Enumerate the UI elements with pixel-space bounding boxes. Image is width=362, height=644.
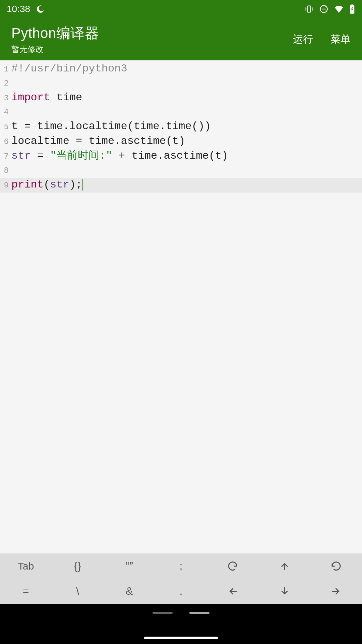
code-line[interactable]: 6localtime = time.asctime(t) bbox=[0, 134, 362, 149]
run-button[interactable]: 运行 bbox=[293, 33, 313, 46]
app-subtitle: 暂无修改 bbox=[11, 44, 99, 55]
line-number: 6 bbox=[0, 135, 10, 149]
code-line[interactable]: 5t = time.localtime(time.time()) bbox=[0, 119, 362, 134]
svg-rect-2 bbox=[307, 6, 310, 12]
wifi-icon bbox=[334, 4, 344, 14]
status-bar: 10:38 bbox=[0, 0, 362, 18]
text-cursor bbox=[82, 179, 83, 191]
line-number: 1 bbox=[0, 62, 10, 76]
line-number: 3 bbox=[0, 91, 10, 105]
nav-handle bbox=[189, 612, 209, 614]
arrow-up-icon[interactable] bbox=[258, 553, 310, 579]
arrow-right-icon[interactable] bbox=[310, 579, 362, 604]
toolbar-key-sym[interactable]: , bbox=[155, 579, 207, 604]
code-editor[interactable]: 1#!/usr/bin/python323import time45t = ti… bbox=[0, 60, 362, 553]
toolbar-key-sym[interactable]: = bbox=[0, 579, 52, 604]
code-line[interactable]: 7str = "当前时间:" + time.asctime(t) bbox=[0, 149, 362, 164]
toolbar-key-sym[interactable]: & bbox=[104, 579, 155, 604]
redo-icon[interactable] bbox=[310, 553, 362, 579]
symbol-toolbar: Tab{}“”; =\&, bbox=[0, 553, 362, 604]
dnd-icon bbox=[319, 4, 328, 14]
code-content[interactable]: localtime = time.asctime(t) bbox=[10, 134, 185, 148]
home-indicator[interactable] bbox=[144, 637, 218, 639]
line-number: 8 bbox=[0, 164, 10, 178]
toolbar-key-Tab[interactable]: Tab bbox=[0, 553, 52, 579]
toolbar-key-symsym[interactable]: “” bbox=[104, 553, 155, 579]
svg-rect-8 bbox=[352, 4, 353, 5]
toolbar-key-sym[interactable]: \ bbox=[52, 579, 103, 604]
battery-icon bbox=[349, 4, 355, 14]
code-line[interactable]: 2 bbox=[0, 76, 362, 91]
code-content[interactable]: print(str); bbox=[10, 178, 83, 192]
code-content[interactable]: import time bbox=[10, 91, 82, 105]
toolbar-key-symsym[interactable]: {} bbox=[52, 553, 103, 579]
app-title: Python编译器 bbox=[11, 24, 99, 43]
vibrate-icon bbox=[304, 4, 314, 14]
arrow-left-icon[interactable] bbox=[207, 579, 258, 604]
line-number: 2 bbox=[0, 76, 10, 91]
svg-point-1 bbox=[39, 5, 45, 11]
nav-handle bbox=[153, 612, 173, 614]
app-bar: Python编译器 暂无修改 运行 菜单 bbox=[0, 18, 362, 60]
code-line[interactable]: 3import time bbox=[0, 91, 362, 105]
status-time: 10:38 bbox=[7, 4, 30, 14]
moon-icon bbox=[36, 5, 45, 13]
line-number: 7 bbox=[0, 150, 10, 164]
code-content[interactable]: str = "当前时间:" + time.asctime(t) bbox=[10, 149, 228, 163]
code-content[interactable]: #!/usr/bin/python3 bbox=[10, 62, 127, 76]
line-number: 9 bbox=[0, 178, 10, 193]
menu-button[interactable]: 菜单 bbox=[330, 33, 351, 46]
line-number: 4 bbox=[0, 105, 10, 119]
line-number: 5 bbox=[0, 120, 10, 134]
undo-icon[interactable] bbox=[207, 553, 258, 579]
system-nav-bar bbox=[0, 604, 362, 644]
code-line[interactable]: 4 bbox=[0, 105, 362, 119]
arrow-down-icon[interactable] bbox=[258, 579, 310, 604]
code-line[interactable]: 1#!/usr/bin/python3 bbox=[0, 62, 362, 76]
code-line[interactable]: 8 bbox=[0, 164, 362, 178]
code-line[interactable]: 9print(str); bbox=[0, 178, 362, 193]
code-content[interactable]: t = time.localtime(time.time()) bbox=[10, 119, 211, 133]
toolbar-key-sym[interactable]: ; bbox=[155, 553, 207, 579]
